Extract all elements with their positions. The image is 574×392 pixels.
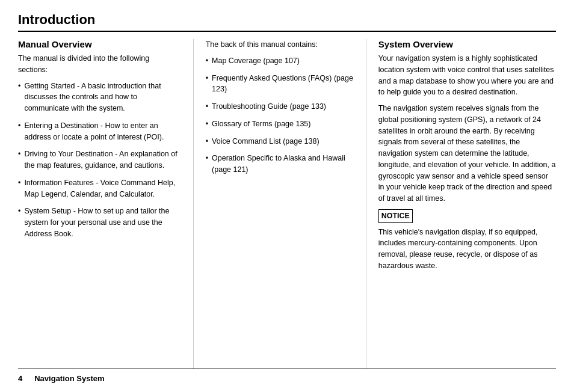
left-column: Manual Overview The manual is divided in… xyxy=(18,39,194,369)
left-column-body: The manual is divided into the following… xyxy=(18,53,181,240)
list-item: System Setup - How to set up and tailor … xyxy=(18,206,181,239)
page-title: Introduction xyxy=(18,12,95,27)
left-column-list: Getting Started - A basic introduction t… xyxy=(18,81,181,240)
content-area: Manual Overview The manual is divided in… xyxy=(18,39,556,369)
middle-column: The back of this manual contains: Map Co… xyxy=(206,39,366,369)
right-column-para1: Your navigation system is a highly sophi… xyxy=(378,53,556,98)
list-item: Frequently Asked Questions (FAQs) (page … xyxy=(206,73,354,96)
right-column-para2: The navigation system receives signals f… xyxy=(378,103,556,204)
list-item: Information Features - Voice Command Hel… xyxy=(18,177,181,200)
left-column-heading: Manual Overview xyxy=(18,39,181,49)
footer-page-number: 4 xyxy=(18,374,22,383)
page-container: Introduction Manual Overview The manual … xyxy=(0,0,574,392)
footer-title: Navigation System xyxy=(34,374,104,383)
list-item: Operation Specific to Alaska and Hawaii … xyxy=(206,153,354,176)
notice-box: NOTICE xyxy=(378,209,413,223)
right-column: System Overview Your navigation system i… xyxy=(378,39,556,369)
page-title-area: Introduction xyxy=(18,12,556,32)
middle-column-intro: The back of this manual contains: xyxy=(206,39,354,51)
list-item: Voice Command List (page 138) xyxy=(206,136,354,147)
list-item: Getting Started - A basic introduction t… xyxy=(18,81,181,114)
list-item: Entering a Destination - How to enter an… xyxy=(18,120,181,143)
middle-column-body: The back of this manual contains: Map Co… xyxy=(206,39,354,176)
list-item: Driving to Your Destination - An explana… xyxy=(18,149,181,171)
footer: 4 Navigation System xyxy=(18,369,556,383)
right-column-heading: System Overview xyxy=(378,39,556,49)
list-item: Troubleshooting Guide (page 133) xyxy=(206,101,354,112)
list-item: Glossary of Terms (page 135) xyxy=(206,118,354,130)
middle-column-list: Map Coverage (page 107) Frequently Asked… xyxy=(206,55,354,176)
notice-text: This vehicle's navigation display, if so… xyxy=(378,227,556,272)
left-column-intro: The manual is divided into the following… xyxy=(18,53,181,76)
right-column-body: Your navigation system is a highly sophi… xyxy=(378,53,556,272)
list-item: Map Coverage (page 107) xyxy=(206,55,354,67)
